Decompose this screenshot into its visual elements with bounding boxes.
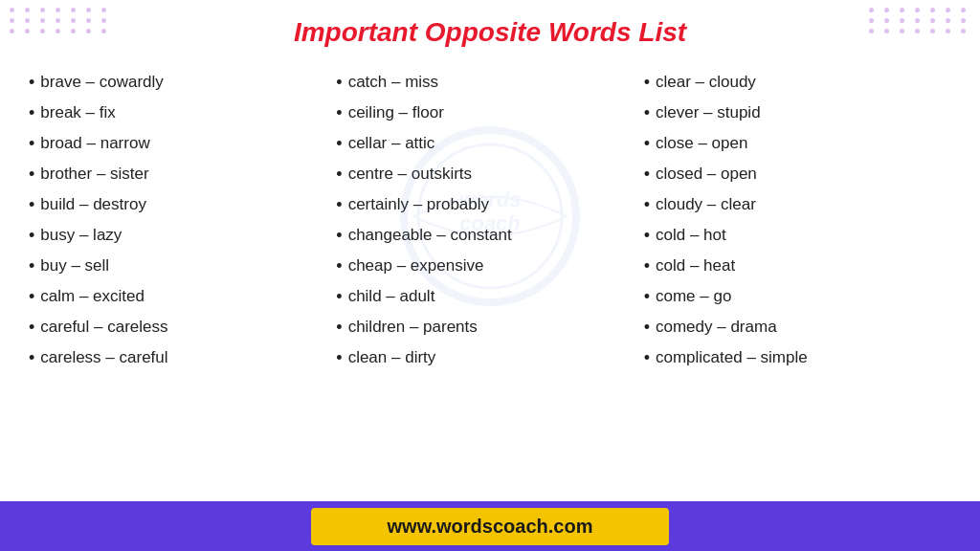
list-item: careful – careless bbox=[29, 312, 336, 342]
list-item: break – fix bbox=[29, 98, 336, 128]
list-item: cellar – attic bbox=[336, 128, 643, 159]
list-item: build – destroy bbox=[29, 189, 336, 220]
list-item: busy – lazy bbox=[29, 220, 336, 251]
list-item: cloudy – clear bbox=[644, 189, 951, 220]
footer: www.wordscoach.com bbox=[0, 501, 980, 551]
list-item: changeable – constant bbox=[336, 220, 643, 251]
list-item: child – adult bbox=[336, 281, 643, 312]
footer-url-box: www.wordscoach.com bbox=[311, 508, 670, 545]
footer-url: www.wordscoach.com bbox=[388, 516, 593, 537]
list-item: cheap – expensive bbox=[336, 251, 643, 281]
list-item: broad – narrow bbox=[29, 128, 336, 159]
list-item: complicated – simple bbox=[644, 342, 951, 373]
list-item: brave – cowardly bbox=[29, 67, 336, 98]
list-item: calm – excited bbox=[29, 281, 336, 312]
title-section: Important Opposite Words List bbox=[0, 0, 980, 59]
list-item: careless – careful bbox=[29, 342, 336, 373]
list-item: clean – dirty bbox=[336, 342, 643, 373]
list-item: catch – miss bbox=[336, 67, 643, 98]
list-item: cold – hot bbox=[644, 220, 951, 251]
list-item: cold – heat bbox=[644, 251, 951, 281]
list-item: ceiling – floor bbox=[336, 98, 643, 128]
list-item: closed – open bbox=[644, 159, 951, 189]
column-1: brave – cowardlybreak – fixbroad – narro… bbox=[29, 67, 336, 373]
column-2: catch – missceiling – floorcellar – atti… bbox=[336, 67, 643, 373]
list-item: clever – stupid bbox=[644, 98, 951, 128]
decorative-dots-left bbox=[10, 8, 111, 33]
list-item: brother – sister bbox=[29, 159, 336, 189]
column-3: clear – cloudyclever – stupidclose – ope… bbox=[644, 67, 951, 373]
list-item: comedy – drama bbox=[644, 312, 951, 342]
decorative-dots-right bbox=[869, 8, 970, 33]
list-item: close – open bbox=[644, 128, 951, 159]
list-item: buy – sell bbox=[29, 251, 336, 281]
list-item: clear – cloudy bbox=[644, 67, 951, 98]
list-item: come – go bbox=[644, 281, 951, 312]
content-area: words coach brave – cowardlybreak – fixb… bbox=[0, 59, 980, 373]
list-item: children – parents bbox=[336, 312, 643, 342]
list-item: centre – outskirts bbox=[336, 159, 643, 189]
page-title: Important Opposite Words List bbox=[0, 17, 980, 48]
list-item: certainly – probably bbox=[336, 189, 643, 220]
